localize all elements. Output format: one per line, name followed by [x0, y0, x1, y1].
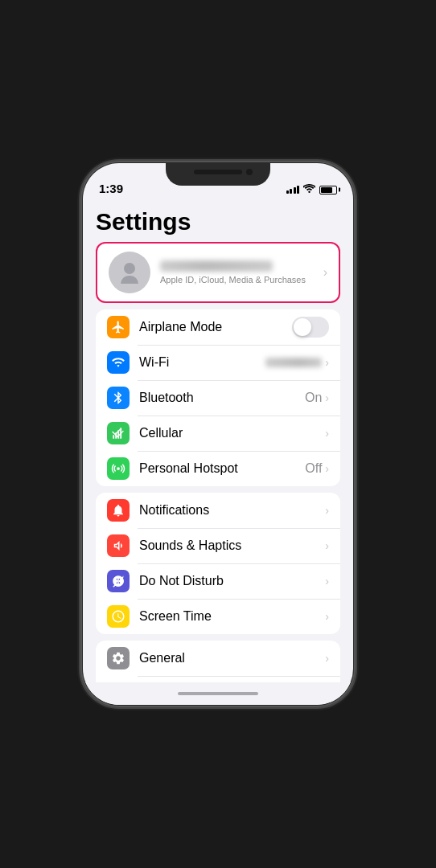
apple-id-chevron: › [323, 265, 327, 280]
svg-rect-3 [120, 428, 121, 439]
screentime-label: Screen Time [139, 609, 325, 624]
bluetooth-label: Bluetooth [139, 391, 305, 405]
row-cellular[interactable]: Cellular › [96, 416, 340, 451]
row-general[interactable]: General › [96, 641, 340, 676]
airplane-mode-toggle[interactable] [292, 317, 329, 338]
airplane-mode-icon [107, 316, 130, 338]
row-screen-time[interactable]: Screen Time › [96, 599, 340, 634]
battery-fill [321, 187, 332, 193]
apple-id-info: Apple ID, iCloud, Media & Purchases [160, 260, 314, 285]
notifications-label: Notifications [139, 503, 325, 518]
row-notifications[interactable]: Notifications › [96, 493, 340, 528]
apple-id-section[interactable]: Apple ID, iCloud, Media & Purchases › [96, 242, 340, 303]
row-do-not-disturb[interactable]: Do Not Disturb › [96, 563, 340, 599]
section-general: General › Control Center › [96, 641, 340, 682]
home-indicator[interactable] [83, 682, 353, 705]
general-icon [107, 647, 130, 669]
wifi-icon [107, 351, 130, 374]
apple-id-name [160, 260, 273, 272]
svg-rect-1 [115, 432, 117, 439]
bluetooth-chevron: › [325, 391, 329, 404]
apple-id-row[interactable]: Apple ID, iCloud, Media & Purchases › [97, 244, 339, 301]
home-bar [178, 692, 258, 695]
dnd-chevron: › [325, 575, 329, 588]
speaker [194, 170, 242, 174]
row-bluetooth[interactable]: Bluetooth On › [96, 380, 340, 416]
signal-bars [286, 186, 300, 194]
hotspot-label: Personal Hotspot [139, 461, 305, 476]
row-sounds-haptics[interactable]: Sounds & Haptics › [96, 528, 340, 563]
hotspot-value: Off [305, 461, 322, 476]
svg-point-4 [117, 467, 120, 470]
status-icons [286, 184, 338, 195]
cellular-icon [107, 422, 130, 444]
row-airplane-mode[interactable]: Airplane Mode [96, 309, 340, 345]
bluetooth-value: On [305, 391, 322, 405]
battery-icon [319, 186, 337, 194]
wifi-label: Wi-Fi [139, 355, 265, 370]
wifi-status-icon [303, 184, 315, 195]
sounds-chevron: › [325, 539, 329, 552]
screentime-icon [107, 605, 130, 628]
dnd-label: Do Not Disturb [139, 574, 325, 588]
avatar [109, 252, 150, 293]
notifications-icon [107, 499, 130, 522]
apple-id-subtitle: Apple ID, iCloud, Media & Purchases [160, 275, 314, 285]
general-chevron: › [325, 652, 329, 665]
wifi-chevron: › [325, 356, 329, 369]
phone-screen: 1:39 Setting [83, 163, 353, 705]
sounds-icon [107, 534, 130, 557]
row-personal-hotspot[interactable]: Personal Hotspot Off › [96, 451, 340, 486]
section-connectivity: Airplane Mode Wi-Fi › [96, 309, 340, 486]
notch [166, 163, 270, 186]
page-title: Settings [83, 199, 353, 242]
general-label: General [139, 651, 325, 665]
hotspot-chevron: › [325, 462, 329, 475]
section-system: Notifications › Sounds & Haptics › [96, 493, 340, 634]
status-time: 1:39 [99, 182, 123, 195]
row-wifi[interactable]: Wi-Fi › [96, 345, 340, 380]
cellular-label: Cellular [139, 426, 325, 440]
sounds-label: Sounds & Haptics [139, 538, 325, 553]
svg-rect-0 [113, 435, 114, 439]
row-control-center[interactable]: Control Center › [96, 676, 340, 682]
svg-rect-2 [117, 430, 119, 439]
dnd-icon [107, 570, 130, 592]
camera [246, 169, 253, 175]
airplane-mode-label: Airplane Mode [139, 320, 292, 334]
screentime-chevron: › [325, 610, 329, 623]
screen-content[interactable]: Settings Apple ID, iCloud, Media & Purch… [83, 199, 353, 682]
cellular-chevron: › [325, 427, 329, 440]
bluetooth-icon [107, 387, 130, 409]
notifications-chevron: › [325, 504, 329, 517]
wifi-value [265, 358, 322, 367]
hotspot-icon [107, 457, 130, 480]
phone-frame: 1:39 Setting [80, 161, 356, 707]
